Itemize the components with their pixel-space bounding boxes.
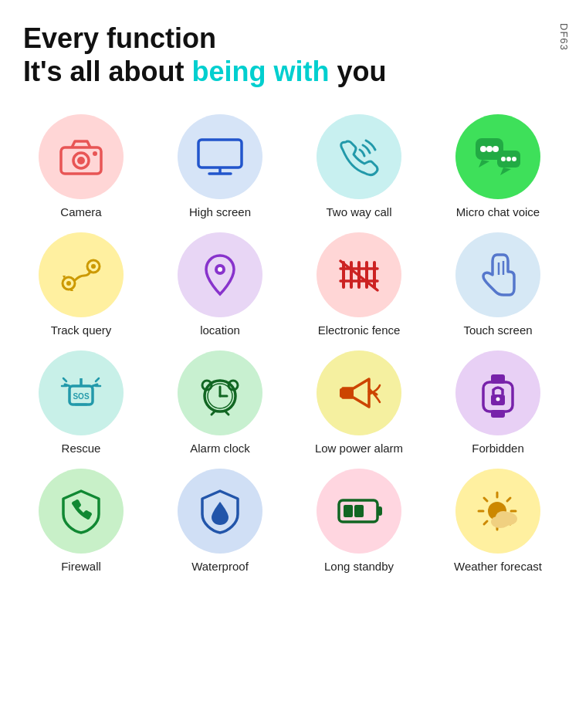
electronic-fence-label: Electronic fence <box>318 323 401 337</box>
header-line1: Every function <box>23 22 556 55</box>
waterproof-icon-bg <box>178 469 262 554</box>
alarm-clock-label: Alarm clock <box>190 442 250 455</box>
two-way-call-label: Two way call <box>326 205 391 218</box>
feature-low-power-alarm: Low power alarm <box>293 350 425 455</box>
waterproof-icon <box>199 488 241 534</box>
svg-rect-4 <box>198 140 242 168</box>
svg-line-63 <box>507 498 510 501</box>
feature-micro-chat-voice: Micro chat voice <box>432 114 564 218</box>
svg-rect-47 <box>340 388 354 398</box>
features-grid: Camera High screen Two way call <box>0 96 579 596</box>
svg-point-50 <box>496 398 500 401</box>
location-icon-bg <box>178 232 262 317</box>
svg-point-10 <box>493 146 499 152</box>
high-screen-label: High screen <box>189 205 251 218</box>
feature-alarm-clock: Alarm clock <box>154 350 286 455</box>
rescue-icon: SOS <box>59 371 103 415</box>
waterproof-label: Waterproof <box>191 560 249 573</box>
svg-rect-51 <box>491 374 505 384</box>
svg-point-8 <box>480 146 486 152</box>
feature-high-screen: High screen <box>154 114 286 218</box>
svg-point-68 <box>496 511 511 523</box>
rescue-icon-bg: SOS <box>39 350 124 435</box>
long-standby-label: Long standby <box>324 560 394 573</box>
forbidden-label: Forbidden <box>472 442 524 455</box>
feature-rescue: SOS Rescue <box>15 350 147 455</box>
track-query-icon <box>58 254 104 296</box>
svg-point-14 <box>512 157 516 161</box>
touch-screen-icon <box>479 252 517 298</box>
low-power-alarm-label: Low power alarm <box>315 442 403 455</box>
svg-line-37 <box>96 378 99 381</box>
rescue-label: Rescue <box>62 442 101 455</box>
firewall-icon-bg <box>39 469 124 554</box>
svg-point-18 <box>91 264 96 269</box>
svg-line-46 <box>225 411 229 415</box>
firewall-icon <box>59 488 103 534</box>
svg-text:SOS: SOS <box>73 392 89 401</box>
forbidden-icon-bg <box>455 350 540 435</box>
svg-point-20 <box>218 267 222 272</box>
feature-long-standby: Long standby <box>293 469 425 573</box>
touch-screen-icon-bg <box>455 232 540 317</box>
alarm-clock-icon-bg <box>178 350 262 435</box>
feature-location: location <box>154 232 286 337</box>
feature-weather-forecast: Weather forecast <box>432 469 564 573</box>
header-line2: It's all about being with you <box>23 55 556 88</box>
two-way-call-icon <box>337 134 381 179</box>
high-screen-icon-bg <box>178 114 262 199</box>
weather-forecast-label: Weather forecast <box>454 560 542 573</box>
long-standby-icon-bg <box>317 469 401 554</box>
micro-chat-voice-label: Micro chat voice <box>456 205 540 218</box>
camera-icon <box>58 137 104 177</box>
svg-rect-55 <box>344 505 353 517</box>
svg-point-16 <box>66 281 71 286</box>
track-query-icon-bg <box>39 232 124 317</box>
alarm-clock-icon <box>198 370 242 416</box>
low-power-alarm-icon <box>337 373 381 413</box>
forbidden-icon <box>477 370 519 416</box>
feature-waterproof: Waterproof <box>154 469 286 573</box>
feature-electronic-fence: Electronic fence <box>293 232 425 337</box>
svg-point-3 <box>93 151 97 156</box>
high-screen-icon <box>195 137 245 177</box>
feature-camera: Camera <box>15 114 147 218</box>
electronic-fence-icon <box>337 255 381 295</box>
watermark: DF63 <box>558 23 570 51</box>
svg-point-9 <box>486 146 493 152</box>
low-power-alarm-icon-bg <box>317 350 401 435</box>
svg-line-62 <box>484 498 487 501</box>
weather-forecast-icon-bg <box>455 469 540 554</box>
electronic-fence-icon-bg <box>317 232 401 317</box>
location-icon <box>203 252 237 297</box>
camera-icon-bg <box>39 114 124 199</box>
header-highlight: being with <box>192 56 330 87</box>
micro-chat-voice-icon <box>474 137 522 177</box>
long-standby-icon <box>336 493 382 530</box>
two-way-call-icon-bg <box>317 114 401 199</box>
firewall-label: Firewall <box>61 560 101 573</box>
header: Every function It's all about being with… <box>0 0 579 96</box>
touch-screen-label: Touch screen <box>463 323 532 337</box>
track-query-label: Track query <box>51 323 112 337</box>
svg-point-12 <box>501 157 506 161</box>
micro-chat-voice-icon-bg <box>455 114 540 199</box>
svg-point-2 <box>77 157 85 164</box>
feature-firewall: Firewall <box>15 469 147 573</box>
feature-forbidden: Forbidden <box>432 350 564 455</box>
feature-touch-screen: Touch screen <box>432 232 564 337</box>
weather-forecast-icon <box>474 489 522 533</box>
svg-rect-56 <box>354 505 364 517</box>
svg-line-64 <box>484 521 487 524</box>
svg-line-35 <box>63 378 66 381</box>
feature-two-way-call: Two way call <box>293 114 425 218</box>
svg-line-45 <box>212 411 215 415</box>
camera-label: Camera <box>60 205 101 218</box>
feature-track-query: Track query <box>15 232 147 337</box>
svg-point-13 <box>506 157 511 161</box>
svg-rect-54 <box>378 506 382 516</box>
svg-rect-52 <box>491 410 505 418</box>
location-label: location <box>200 323 240 337</box>
